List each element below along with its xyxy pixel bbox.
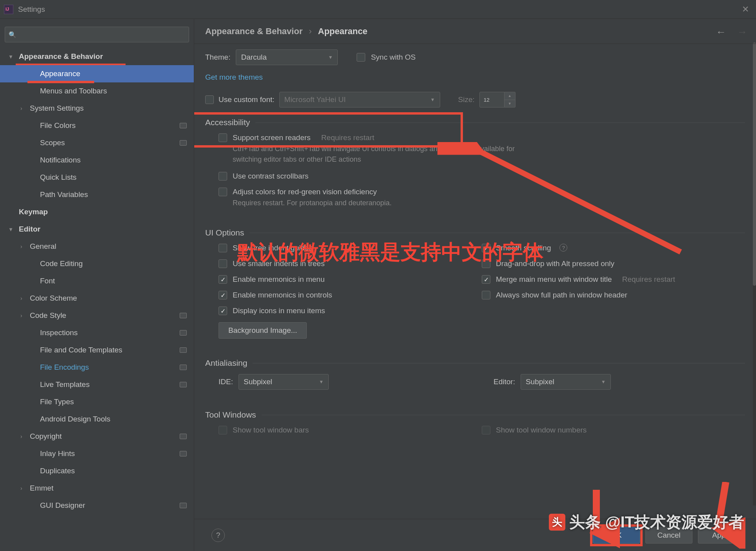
nav-back-icon[interactable]: ← bbox=[716, 26, 726, 38]
theme-combo[interactable]: Darcula ▼ bbox=[236, 49, 338, 65]
sidebar-item-file-encodings[interactable]: File Encodings bbox=[0, 359, 194, 376]
sidebar-item-color-scheme[interactable]: ›Color Scheme bbox=[0, 290, 194, 307]
project-badge-icon bbox=[180, 140, 187, 146]
sidebar-item-label: General bbox=[30, 242, 56, 251]
search-input[interactable] bbox=[5, 27, 189, 42]
smooth-scroll-checkbox[interactable] bbox=[482, 244, 490, 252]
sidebar-item-general[interactable]: ›General bbox=[0, 238, 194, 255]
contrast-scrollbars-option: Use contrast scrollbars bbox=[219, 172, 745, 181]
sidebar-item-label: Duplicates bbox=[40, 467, 75, 475]
sidebar-item-keymap[interactable]: Keymap bbox=[0, 203, 194, 221]
titlebar: Settings ✕ bbox=[0, 0, 756, 19]
sidebar-item-code-editing[interactable]: Code Editing bbox=[0, 255, 194, 272]
sidebar-item-label: Code Style bbox=[30, 311, 66, 320]
close-icon[interactable]: ✕ bbox=[739, 4, 752, 15]
custom-font-combo[interactable]: Microsoft YaHei UI ▼ bbox=[279, 92, 440, 108]
merge-menu-checkbox[interactable] bbox=[482, 275, 490, 284]
get-more-themes-link[interactable]: Get more themes bbox=[205, 73, 263, 82]
display-icons-label: Display icons in menu items bbox=[233, 307, 325, 315]
sidebar-item-label: Notifications bbox=[40, 156, 81, 164]
watermark-icon: 头 bbox=[549, 514, 565, 531]
sidebar-item-label: Quick Lists bbox=[40, 173, 77, 182]
sidebar-item-appearance-behavior[interactable]: ▾Appearance & Behavior bbox=[0, 48, 194, 65]
sidebar-item-editor[interactable]: ▾Editor bbox=[0, 221, 194, 238]
app-icon bbox=[4, 5, 13, 14]
font-size-input[interactable] bbox=[479, 92, 505, 108]
sidebar-item-duplicates[interactable]: Duplicates bbox=[0, 462, 194, 480]
full-path-checkbox[interactable] bbox=[482, 291, 490, 299]
tree-guides-checkbox[interactable] bbox=[219, 244, 227, 252]
sidebar-item-emmet[interactable]: ›Emmet bbox=[0, 480, 194, 497]
mnemonics-menu-label: Enable mnemonics in menu bbox=[233, 275, 324, 284]
sidebar-item-system-settings[interactable]: ›System Settings bbox=[0, 100, 194, 117]
sidebar-item-path-variables[interactable]: Path Variables bbox=[0, 186, 194, 203]
chevron-icon: › bbox=[20, 295, 27, 301]
aa-editor-combo[interactable]: Subpixel ▼ bbox=[521, 374, 611, 390]
chevron-icon: › bbox=[20, 243, 27, 250]
merge-menu-label: Merge main menu with window title bbox=[496, 275, 612, 284]
sidebar-item-file-and-code-templates[interactable]: File and Code Templates bbox=[0, 341, 194, 359]
display-icons-checkbox[interactable] bbox=[219, 307, 227, 315]
sidebar-item-appearance[interactable]: Appearance bbox=[0, 65, 194, 82]
tw-checkbox2[interactable] bbox=[482, 426, 490, 434]
sidebar-item-code-style[interactable]: ›Code Style bbox=[0, 307, 194, 324]
info-icon[interactable]: ? bbox=[559, 244, 567, 252]
sidebar-item-label: Code Editing bbox=[40, 259, 83, 268]
breadcrumb-parent[interactable]: Appearance & Behavior bbox=[205, 26, 302, 36]
chevron-icon: › bbox=[20, 433, 27, 440]
sidebar-item-gui-designer[interactable]: GUI Designer bbox=[0, 497, 194, 514]
color-deficiency-label: Adjust colors for red-green vision defic… bbox=[233, 188, 377, 196]
font-size-spinner[interactable]: ▲▼ bbox=[505, 92, 516, 108]
tw-label2: Show tool window numbers bbox=[496, 426, 587, 434]
sidebar-item-file-types[interactable]: File Types bbox=[0, 393, 194, 411]
screen-readers-checkbox[interactable] bbox=[219, 133, 227, 142]
sidebar-item-file-colors[interactable]: File Colors bbox=[0, 117, 194, 134]
sidebar-item-menus-and-toolbars[interactable]: Menus and Toolbars bbox=[0, 82, 194, 100]
settings-window: Settings ✕ 🔍 ▾Appearance & BehaviorAppea… bbox=[0, 0, 756, 551]
aa-ide-combo[interactable]: Subpixel ▼ bbox=[239, 374, 329, 390]
chevron-icon: › bbox=[20, 485, 27, 491]
sidebar-item-inspections[interactable]: Inspections bbox=[0, 324, 194, 341]
project-badge-icon bbox=[180, 347, 187, 353]
custom-font-value: Microsoft YaHei UI bbox=[284, 95, 346, 104]
sidebar-item-scopes[interactable]: Scopes bbox=[0, 134, 194, 151]
color-deficiency-checkbox[interactable] bbox=[219, 188, 227, 196]
font-size-label: Size: bbox=[458, 95, 475, 104]
help-button[interactable]: ? bbox=[211, 529, 225, 542]
project-badge-icon bbox=[180, 434, 187, 439]
tool-windows-title: Tool Windows bbox=[205, 410, 745, 420]
tw-checkbox[interactable] bbox=[219, 426, 227, 434]
sidebar-item-font[interactable]: Font bbox=[0, 272, 194, 290]
theme-row: Theme: Darcula ▼ Sync with OS bbox=[205, 49, 745, 65]
use-custom-font-checkbox[interactable] bbox=[205, 95, 214, 104]
sidebar-item-label: Font bbox=[40, 277, 55, 285]
sidebar-item-copyright[interactable]: ›Copyright bbox=[0, 428, 194, 445]
drag-drop-checkbox[interactable] bbox=[482, 259, 490, 268]
sidebar-item-notifications[interactable]: Notifications bbox=[0, 151, 194, 169]
sidebar-item-label: File and Code Templates bbox=[40, 346, 122, 354]
sidebar-item-label: Path Variables bbox=[40, 190, 88, 199]
chevron-down-icon: ▼ bbox=[430, 97, 435, 102]
mnemonics-menu-checkbox[interactable] bbox=[219, 275, 227, 284]
full-path-label: Always show full path in window header bbox=[496, 291, 627, 299]
project-badge-icon bbox=[180, 503, 187, 508]
mnemonics-controls-checkbox[interactable] bbox=[219, 291, 227, 299]
background-image-button[interactable]: Background Image... bbox=[219, 322, 307, 339]
project-badge-icon bbox=[180, 313, 187, 318]
sidebar-item-inlay-hints[interactable]: Inlay Hints bbox=[0, 445, 194, 462]
sidebar-item-label: Inlay Hints bbox=[40, 449, 75, 458]
sidebar-item-label: Color Scheme bbox=[30, 294, 77, 303]
sidebar-item-quick-lists[interactable]: Quick Lists bbox=[0, 169, 194, 186]
contrast-scrollbars-checkbox[interactable] bbox=[219, 172, 227, 181]
chevron-icon: › bbox=[20, 105, 27, 111]
sidebar-item-android-design-tools[interactable]: Android Design Tools bbox=[0, 411, 194, 428]
sidebar-item-label: Keymap bbox=[19, 208, 48, 216]
chevron-icon: › bbox=[20, 312, 27, 319]
sync-os-label: Sync with OS bbox=[371, 53, 415, 62]
search-wrap: 🔍 bbox=[0, 23, 194, 46]
smaller-indents-checkbox[interactable] bbox=[219, 259, 227, 268]
sidebar-item-live-templates[interactable]: Live Templates bbox=[0, 376, 194, 393]
sync-os-checkbox[interactable] bbox=[357, 53, 365, 62]
mnemonics-controls-label: Enable mnemonics in controls bbox=[233, 291, 332, 299]
settings-tree[interactable]: ▾Appearance & BehaviorAppearanceMenus an… bbox=[0, 46, 194, 551]
